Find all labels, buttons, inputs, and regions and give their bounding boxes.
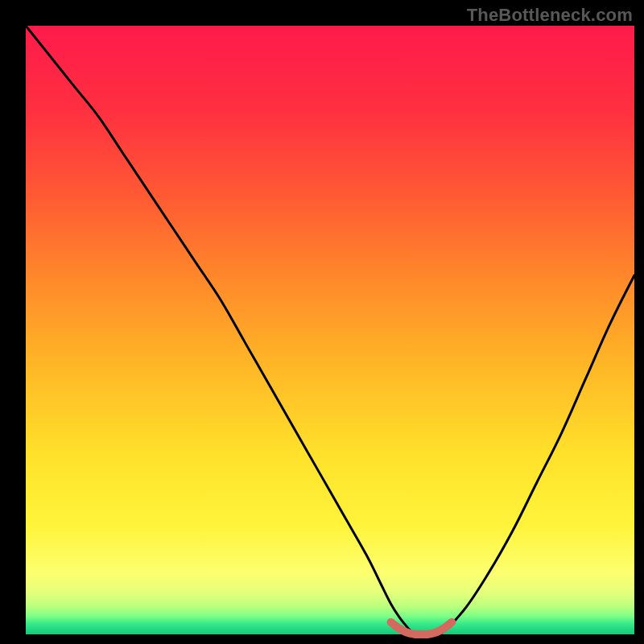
chart-plot [26,26,634,634]
bottleneck-curve [26,26,634,636]
optimal-range-marker [391,622,452,634]
watermark-text: TheBottleneck.com [467,5,633,26]
chart-frame [26,26,634,634]
